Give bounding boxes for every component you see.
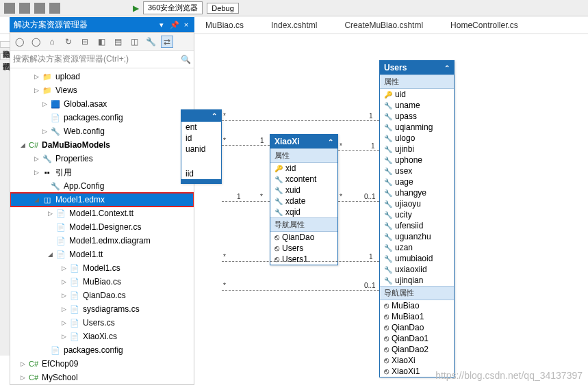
entity-prop[interactable]: 🔧ulogo bbox=[380, 133, 454, 144]
tree-item[interactable]: 📄Model1.Designer.cs bbox=[10, 220, 194, 234]
entity-prop[interactable]: 🔑xid bbox=[270, 163, 337, 174]
tree-item[interactable]: ▷📁upload bbox=[10, 70, 194, 83]
entity-prop[interactable]: 🔧ucity bbox=[380, 209, 454, 220]
entity-prop[interactable]: ent bbox=[181, 122, 221, 133]
entity-prop[interactable]: 🔧xuid bbox=[270, 185, 337, 196]
entity-prop[interactable]: 🔧uzan bbox=[380, 242, 454, 253]
tree-item[interactable]: ▷🔧Web.config bbox=[10, 124, 194, 138]
panel-dropdown-icon[interactable]: ▾ bbox=[157, 21, 166, 29]
entity-prop[interactable]: 🔧uhangye bbox=[380, 187, 454, 198]
entity-nav[interactable]: ⎋XiaoXi bbox=[380, 355, 454, 366]
cs-icon: 📄 bbox=[69, 263, 80, 273]
tree-item[interactable]: ▷📄QianDao.cs bbox=[10, 289, 194, 302]
collapse-icon[interactable]: ⊟ bbox=[79, 36, 91, 48]
tb-icon[interactable] bbox=[49, 3, 60, 14]
tree-item[interactable]: 📄packages.config bbox=[10, 343, 194, 357]
tree-project[interactable]: ◢C#DaMuBiaoModels bbox=[10, 138, 194, 152]
refresh-icon[interactable]: ↻ bbox=[62, 36, 75, 48]
entity-prop[interactable]: 🔧uage bbox=[380, 176, 454, 187]
tree-item[interactable]: ▷📄MuBiao.cs bbox=[10, 275, 194, 289]
entity-prop[interactable]: 🔧ujinqian bbox=[380, 275, 454, 286]
home-icon[interactable]: ⌂ bbox=[46, 36, 58, 48]
entity-prop[interactable]: 🔧usex bbox=[380, 165, 454, 176]
entity-nav[interactable]: ⎋Users1 bbox=[270, 254, 337, 265]
tab-mubiao[interactable]: MuBiao.cs bbox=[205, 21, 244, 30]
tb-icon[interactable] bbox=[34, 3, 45, 14]
entity-prop[interactable]: 🔧upass bbox=[380, 111, 454, 122]
tree-item[interactable]: 🔧App.Config bbox=[10, 179, 194, 193]
entity-prop[interactable]: 🔧ujinbi bbox=[380, 144, 454, 155]
file-icon: 📄 bbox=[50, 345, 61, 355]
entity-prop[interactable]: 🔧uxiaoxiid bbox=[380, 264, 454, 275]
tb-icon[interactable] bbox=[4, 3, 15, 14]
tb-icon[interactable] bbox=[19, 3, 30, 14]
entity-prop[interactable]: 🔧uguanzhu bbox=[380, 231, 454, 242]
entity-prop[interactable]: 🔧ufensiid bbox=[380, 220, 454, 231]
key-icon: 🔑 bbox=[384, 91, 392, 98]
tree-item[interactable]: ▷🔧Properties bbox=[10, 152, 194, 165]
back-icon[interactable]: ◯ bbox=[13, 36, 25, 48]
entity-prop[interactable]: iid bbox=[181, 168, 221, 179]
tab-createmubiao[interactable]: CreateMuBiao.cshtml bbox=[344, 21, 423, 30]
entity-prop[interactable]: 🔧uname bbox=[380, 100, 454, 111]
entity-nav[interactable]: ⎋MuBiao1 bbox=[380, 311, 454, 322]
close-icon[interactable]: × bbox=[182, 21, 190, 29]
entity-prop[interactable]: 🔧xcontent bbox=[270, 174, 337, 185]
wrench-icon: 🔧 bbox=[274, 209, 283, 216]
tree-item[interactable]: 📄Model1.edmx.diagram bbox=[10, 234, 194, 248]
edmx-designer[interactable]: ⌃ ent id uanid iid XiaoXi⌃ 属性 🔑xid 🔧xcon… bbox=[194, 34, 588, 385]
tab-homecontroller[interactable]: HomeController.cs bbox=[450, 21, 518, 30]
tab-index[interactable]: Index.cshtml bbox=[271, 21, 317, 30]
tree-item[interactable]: ▷📄XiaoXi.cs bbox=[10, 330, 194, 343]
entity-nav[interactable]: ⎋QianDao bbox=[380, 322, 454, 333]
entity-prop[interactable]: 🔧umubiaoid bbox=[380, 253, 454, 264]
tree-item[interactable]: ▷🟦Global.asax bbox=[10, 97, 194, 111]
project-tree: ▷📁upload ▷📁Views ▷🟦Global.asax 📄packages… bbox=[10, 68, 194, 385]
browser-dropdown[interactable]: 360安全浏览器 bbox=[143, 1, 203, 14]
entity-prop[interactable]: 🔑uid bbox=[380, 89, 454, 100]
entity-prop[interactable]: 🔧ujiaoyu bbox=[380, 198, 454, 209]
tree-project[interactable]: ▷C#EfChop09 bbox=[10, 357, 194, 371]
multiplicity: * bbox=[223, 282, 226, 289]
search-input[interactable]: 搜索解决方案资源管理器(Ctrl+;) 🔍 bbox=[10, 51, 194, 68]
fwd-icon[interactable]: ◯ bbox=[29, 36, 42, 48]
tree-item-edmx[interactable]: ◢◫Model1.edmx bbox=[10, 193, 194, 207]
entity-prop[interactable]: 🔧uqianming bbox=[380, 122, 454, 133]
chevron-up-icon[interactable]: ⌃ bbox=[444, 64, 450, 72]
entity-nav[interactable]: ⎋QianDao1 bbox=[380, 333, 454, 344]
tree-item[interactable]: ▷▪▪引用 bbox=[10, 165, 194, 179]
pin-icon[interactable]: 📌 bbox=[170, 21, 178, 29]
entity-nav[interactable]: ⎋XiaoXi1 bbox=[380, 366, 454, 377]
tree-item[interactable]: ▷📄Model1.cs bbox=[10, 261, 194, 275]
tool-icon[interactable]: ◧ bbox=[95, 36, 107, 48]
chevron-up-icon[interactable]: ⌃ bbox=[328, 138, 333, 146]
tool-icon[interactable]: ◫ bbox=[128, 36, 140, 48]
search-placeholder: 搜索解决方案资源管理器(Ctrl+;) bbox=[13, 53, 129, 65]
tree-project[interactable]: ▷C#MySchool bbox=[10, 371, 194, 384]
tree-item[interactable]: ▷📁Views bbox=[10, 83, 194, 97]
wrench-icon[interactable]: 🔧 bbox=[144, 36, 157, 48]
tree-item[interactable]: ▷📄Users.cs bbox=[10, 316, 194, 330]
entity-users[interactable]: Users⌃ 属性 🔑uid 🔧uname 🔧upass 🔧uqianming … bbox=[379, 60, 455, 377]
tree-item[interactable]: ◢📄Model1.tt bbox=[10, 248, 194, 261]
entity-nav[interactable]: ⎋QianDao2 bbox=[380, 344, 454, 355]
entity-nav[interactable]: ⎋QianDao bbox=[270, 232, 337, 243]
entity-prop[interactable]: 🔧xdate bbox=[270, 196, 337, 207]
entity-xiaoxi[interactable]: XiaoXi⌃ 属性 🔑xid 🔧xcontent 🔧xuid 🔧xdate 🔧… bbox=[270, 134, 338, 265]
tree-item[interactable]: 📄packages.config bbox=[10, 111, 194, 124]
csproj-icon: C# bbox=[28, 373, 39, 382]
sync-icon[interactable]: ⇄ bbox=[161, 36, 173, 48]
entity-prop[interactable]: 🔧xqid bbox=[270, 207, 337, 217]
tree-item[interactable]: ▷📄sysdiagrams.cs bbox=[10, 302, 194, 316]
entity-nav[interactable]: ⎋Users bbox=[270, 243, 337, 254]
entity-prop[interactable]: 🔧uphone bbox=[380, 155, 454, 165]
entity-nav[interactable]: ⎋MuBiao bbox=[380, 300, 454, 311]
entity-partial[interactable]: ⌃ ent id uanid iid bbox=[181, 109, 222, 184]
entity-prop[interactable]: id bbox=[181, 133, 221, 144]
entity-prop[interactable]: uanid bbox=[181, 144, 221, 155]
play-icon[interactable]: ▶ bbox=[133, 3, 139, 13]
chevron-up-icon[interactable]: ⌃ bbox=[212, 112, 217, 120]
config-dropdown[interactable]: Debug bbox=[207, 3, 238, 14]
tree-item[interactable]: ▷📄Model1.Context.tt bbox=[10, 207, 194, 220]
tool-icon[interactable]: ▤ bbox=[112, 36, 124, 48]
